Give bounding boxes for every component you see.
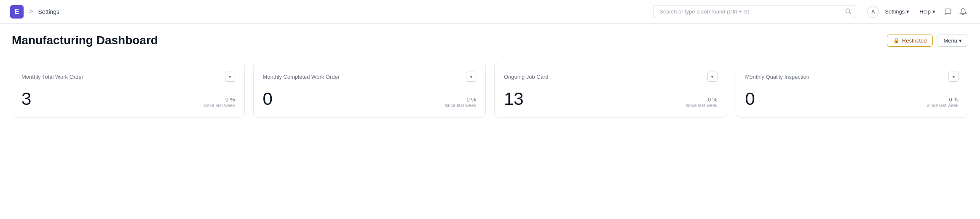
card-dropdown-button[interactable]: ▾ <box>466 72 476 82</box>
restricted-label: Restricted <box>902 37 927 44</box>
card-body: 3 0 % since last week <box>21 90 235 108</box>
app-logo[interactable]: E <box>10 5 24 19</box>
card-stats: 0 % since last week <box>927 96 959 108</box>
card-value: 0 <box>745 90 755 108</box>
card-dropdown-button[interactable]: ▾ <box>707 72 718 82</box>
app-header: E > Settings A Settings ▾ Help ▾ <box>0 0 980 24</box>
page-divider <box>0 54 980 54</box>
card-header: Monthly Total Work Order ▾ <box>21 72 235 82</box>
help-button[interactable]: Help ▾ <box>915 6 940 17</box>
card-stats: 0 % since last week <box>686 96 718 108</box>
card-header: Monthly Quality Inspection ▾ <box>745 72 959 82</box>
card-body: 0 0 % since last week <box>263 90 477 108</box>
card-percent: 0 % <box>444 96 476 103</box>
card-stats: 0 % since last week <box>203 96 235 108</box>
stat-card: Monthly Quality Inspection ▾ 0 0 % since… <box>736 63 969 118</box>
avatar: A <box>867 6 879 18</box>
settings-chevron-icon: ▾ <box>906 8 909 15</box>
card-percent: 0 % <box>203 96 235 103</box>
page-title: Manufacturing Dashboard <box>12 34 158 47</box>
page-header: Manufacturing Dashboard 🔒 Restricted Men… <box>0 24 980 54</box>
card-percent: 0 % <box>927 96 959 103</box>
stat-card: Ongoing Job Card ▾ 13 0 % since last wee… <box>494 63 727 118</box>
card-since: since last week <box>444 103 476 108</box>
card-dropdown-button[interactable]: ▾ <box>225 72 235 82</box>
card-header: Ongoing Job Card ▾ <box>504 72 718 82</box>
card-percent: 0 % <box>686 96 718 103</box>
breadcrumb: Settings <box>38 8 60 15</box>
stat-card: Monthly Completed Work Order ▾ 0 0 % sin… <box>253 63 486 118</box>
card-body: 0 0 % since last week <box>745 90 959 108</box>
header-right-section: A Settings ▾ Help ▾ <box>867 5 970 19</box>
card-value: 3 <box>21 90 31 108</box>
dashboard-cards: Monthly Total Work Order ▾ 3 0 % since l… <box>0 63 980 129</box>
card-since: since last week <box>203 103 235 108</box>
card-since: since last week <box>927 103 959 108</box>
card-since: since last week <box>686 103 718 108</box>
card-stats: 0 % since last week <box>444 96 476 108</box>
menu-button[interactable]: Menu ▾ <box>937 35 968 47</box>
menu-chevron-icon: ▾ <box>959 37 962 44</box>
card-title: Monthly Quality Inspection <box>745 74 809 80</box>
svg-line-1 <box>849 12 851 13</box>
stat-card: Monthly Total Work Order ▾ 3 0 % since l… <box>12 63 245 118</box>
settings-button[interactable]: Settings ▾ <box>881 6 913 17</box>
card-value: 0 <box>263 90 273 108</box>
help-chevron-icon: ▾ <box>932 8 935 15</box>
search-bar <box>653 5 855 18</box>
lock-icon: 🔒 <box>893 37 900 43</box>
card-header: Monthly Completed Work Order ▾ <box>263 72 477 82</box>
page-header-actions: 🔒 Restricted Menu ▾ <box>887 35 968 47</box>
search-input[interactable] <box>653 5 855 18</box>
search-icon <box>845 8 851 15</box>
card-title: Monthly Total Work Order <box>21 74 83 80</box>
bell-icon-button[interactable] <box>956 5 970 19</box>
card-title: Ongoing Job Card <box>504 74 549 80</box>
card-dropdown-button[interactable]: ▾ <box>948 72 959 82</box>
chat-icon-button[interactable] <box>941 5 955 19</box>
restricted-button[interactable]: 🔒 Restricted <box>887 35 933 47</box>
card-title: Monthly Completed Work Order <box>263 74 340 80</box>
card-value: 13 <box>504 90 524 108</box>
breadcrumb-separator: > <box>29 7 33 16</box>
card-body: 13 0 % since last week <box>504 90 718 108</box>
